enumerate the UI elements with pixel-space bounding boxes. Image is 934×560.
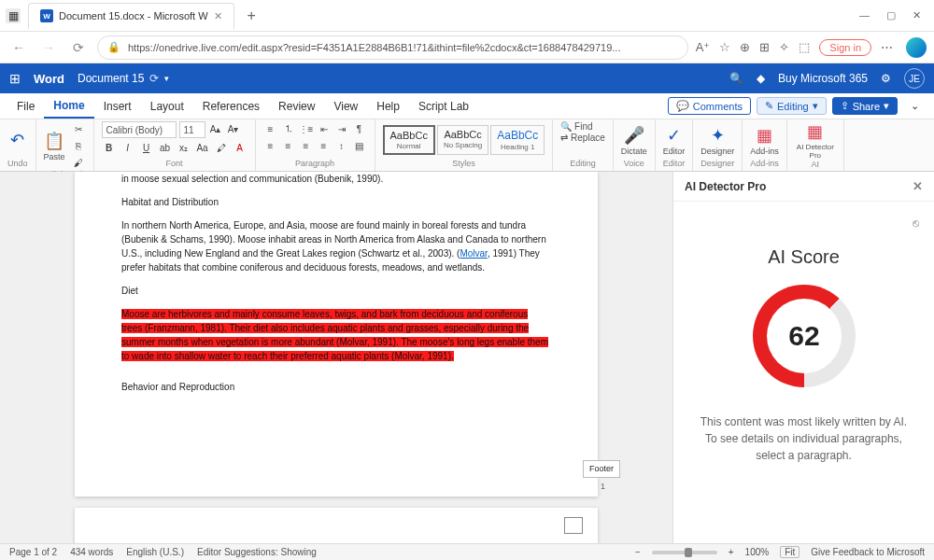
collections-icon[interactable]: ⊞ (759, 40, 770, 54)
tab-references[interactable]: References (193, 93, 269, 119)
copy-button[interactable]: ⎘ (71, 138, 86, 153)
indent-decrease-button[interactable]: ⇤ (317, 121, 332, 136)
status-wordcount[interactable]: 434 words (70, 547, 113, 557)
designer-button[interactable]: ✦Designer (700, 125, 734, 156)
signin-button[interactable]: Sign in (819, 39, 871, 56)
tab-close-icon[interactable]: ✕ (214, 10, 222, 22)
font-size-select[interactable]: 11 (179, 121, 205, 138)
status-page[interactable]: Page 1 of 2 (9, 547, 57, 557)
justify-button[interactable]: ≡ (317, 138, 332, 153)
dictate-button[interactable]: 🎤Dictate (621, 125, 647, 156)
ai-detector-button[interactable]: ▦AI Detector Pro (795, 121, 836, 160)
bing-icon[interactable] (906, 37, 927, 58)
browser-tab[interactable]: W Document 15.docx - Microsoft W ✕ (28, 3, 234, 29)
window-maximize-button[interactable]: ▢ (886, 9, 896, 21)
tab-layout[interactable]: Layout (141, 93, 193, 119)
settings-gear-icon[interactable]: ⚙ (881, 72, 891, 85)
buy-m365-link[interactable]: Buy Microsoft 365 (778, 72, 868, 85)
new-tab-button[interactable]: + (242, 7, 262, 24)
style-heading1[interactable]: AaBbCcHeading 1 (490, 125, 545, 155)
body-text[interactable]: In northern North America, Europe, and A… (121, 218, 551, 274)
format-painter-button[interactable]: 🖌 (71, 155, 86, 170)
bullets-button[interactable]: ≡ (263, 121, 278, 136)
shading-button[interactable]: ▤ (352, 138, 367, 153)
zoom-out-button[interactable]: − (635, 547, 641, 557)
highlight-button[interactable]: 🖍 (214, 140, 229, 155)
highlighted-paragraph[interactable]: Moose are herbivores and mainly consume … (121, 307, 551, 363)
status-language[interactable]: English (U.S.) (126, 547, 184, 557)
url-input[interactable]: 🔒 https://onedrive.live.com/edit.aspx?re… (97, 35, 688, 60)
favorites-icon[interactable]: ✧ (779, 40, 789, 54)
case-button[interactable]: Aa (195, 140, 210, 155)
editor-button[interactable]: ✓Editor (663, 125, 686, 156)
extensions-icon[interactable]: ⬚ (799, 40, 810, 54)
search-icon[interactable]: 🔍 (729, 72, 743, 85)
undo-button[interactable]: ↶ (10, 130, 24, 150)
tab-help[interactable]: Help (367, 93, 409, 119)
font-color-button[interactable]: A (233, 140, 248, 155)
pane-close-button[interactable]: ✕ (913, 179, 923, 193)
numbering-button[interactable]: ⒈ (281, 121, 296, 136)
replace-button[interactable]: ⇄ Replace (560, 133, 604, 143)
style-nospacing[interactable]: AaBbCcNo Spacing (437, 125, 488, 155)
window-minimize-button[interactable]: — (859, 9, 870, 21)
cut-button[interactable]: ✂ (71, 121, 86, 136)
document-page-2[interactable] (75, 508, 598, 543)
back-button[interactable]: ← (7, 36, 30, 59)
tab-review[interactable]: Review (269, 93, 324, 119)
italic-button[interactable]: I (120, 140, 135, 155)
zoom-in-button[interactable]: + (729, 547, 734, 557)
heading-behavior[interactable]: Behavior and Reproduction (121, 380, 551, 394)
tab-home[interactable]: Home (44, 93, 93, 119)
document-page-1[interactable]: in moose sexual selection and communicat… (75, 172, 598, 497)
signout-icon[interactable]: ⎋ (913, 217, 919, 230)
header-box[interactable] (564, 517, 583, 534)
body-text[interactable]: in moose sexual selection and communicat… (121, 172, 551, 186)
more-icon[interactable]: ⋯ (881, 40, 893, 54)
find-button[interactable]: 🔍 Find (560, 121, 592, 132)
tab-insert[interactable]: Insert (94, 93, 141, 119)
tab-scriptlab[interactable]: Script Lab (409, 93, 478, 119)
heading-habitat[interactable]: Habitat and Distribution (121, 195, 551, 209)
bold-button[interactable]: B (102, 140, 117, 155)
strikethrough-button[interactable]: ab (158, 140, 173, 155)
share-button[interactable]: ⇪Share▾ (832, 97, 898, 115)
font-family-select[interactable]: Calibri (Body) (102, 121, 177, 138)
app-launcher-icon[interactable]: ⊞ (9, 71, 21, 86)
paste-button[interactable]: 📋Paste (44, 131, 65, 161)
user-avatar[interactable]: JE (904, 68, 925, 89)
fit-button[interactable]: Fit (780, 546, 800, 558)
tab-view[interactable]: View (324, 93, 367, 119)
addins-button[interactable]: ▦Add-ins (750, 125, 779, 156)
star-icon[interactable]: ☆ (719, 40, 730, 54)
status-suggestions[interactable]: Editor Suggestions: Showing (197, 547, 317, 557)
document-canvas[interactable]: in moose sexual selection and communicat… (0, 172, 672, 543)
align-center-button[interactable]: ≡ (281, 138, 296, 153)
forward-button[interactable]: → (37, 36, 60, 59)
heading-diet[interactable]: Diet (121, 284, 551, 298)
style-normal[interactable]: AaBbCcNormal (383, 125, 435, 155)
zoom-level[interactable]: 100% (745, 547, 770, 557)
feedback-link[interactable]: Give Feedback to Microsoft (811, 547, 925, 557)
tab-file[interactable]: File (7, 93, 44, 119)
window-close-button[interactable]: ✕ (913, 9, 921, 21)
shrink-font-button[interactable]: A▾ (226, 121, 241, 136)
refresh-button[interactable]: ⟳ (67, 36, 90, 59)
indent-increase-button[interactable]: ⇥ (334, 121, 349, 136)
document-name[interactable]: Document 15 ⟳ ▾ (78, 72, 169, 85)
browser-square-icon[interactable]: ▦ (6, 8, 21, 23)
multilevel-button[interactable]: ⋮≡ (299, 121, 314, 136)
align-left-button[interactable]: ≡ (263, 138, 278, 153)
line-spacing-button[interactable]: ↕ (334, 138, 349, 153)
reader-icon[interactable]: A⁺ (696, 40, 711, 54)
zoom-slider[interactable] (652, 551, 717, 554)
footer-label[interactable]: Footer (583, 460, 620, 479)
paragraph-marks-button[interactable]: ¶ (352, 121, 367, 136)
align-right-button[interactable]: ≡ (299, 138, 314, 153)
ribbon-collapse-button[interactable]: ⌄ (903, 97, 927, 115)
citation-link[interactable]: Molvar (460, 248, 487, 259)
underline-button[interactable]: U (139, 140, 154, 155)
comments-button[interactable]: 💬Comments (668, 97, 751, 115)
subscript-button[interactable]: x₂ (177, 140, 191, 155)
editing-mode-button[interactable]: ✎Editing▾ (757, 97, 827, 115)
